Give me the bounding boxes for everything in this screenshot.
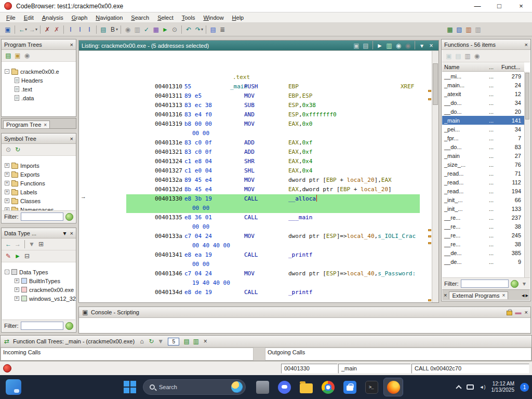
function-row[interactable]: _init_......66 [442, 195, 524, 204]
function-row[interactable]: __de......385 [442, 248, 524, 257]
clear-code-icon[interactable]: ✗ [43, 25, 52, 34]
tab-close-icon[interactable]: × [502, 292, 506, 298]
camera-icon[interactable]: ◉ [403, 41, 413, 50]
symbol-tree-item[interactable]: +Classes [5, 196, 76, 205]
tree-expander[interactable]: + [15, 287, 19, 292]
ibeam-icon[interactable]: I [85, 25, 94, 34]
columns-icon[interactable]: ▥ [463, 51, 472, 61]
app-icon-explorer[interactable] [297, 378, 315, 396]
tree-expander[interactable]: + [5, 172, 9, 177]
listing-row[interactable]: 0040131e83 c0 0fADDEAX,0xf [126, 138, 420, 148]
tree-expander[interactable]: - [5, 270, 9, 274]
columns-icon[interactable]: ▥ [473, 25, 483, 34]
app-icon-terminal[interactable] [362, 378, 381, 396]
close-icon[interactable]: × [427, 41, 436, 50]
undo-icon[interactable]: ↶ [184, 25, 193, 34]
save-icon[interactable]: ▣ [3, 25, 12, 34]
listing-row[interactable]: 00401335e8 36 01CALL___main [126, 213, 420, 222]
console-output[interactable] [79, 318, 530, 332]
close-icon[interactable]: × [70, 230, 73, 236]
outgoing-calls-pane[interactable]: Outgoing Calls [265, 348, 531, 361]
listing-row-continuation[interactable]: 00 40 40 00 [126, 241, 420, 250]
snapshot-icon[interactable]: ◉ [394, 41, 403, 50]
volume-icon[interactable] [480, 384, 486, 390]
symbol-tree-item[interactable]: +Functions [5, 179, 76, 188]
function-row[interactable]: _size_......76 [442, 160, 524, 169]
forward-icon[interactable]: → [13, 240, 22, 249]
listing-row[interactable]: 00401346c7 04 24MOVdword ptr [ESP]=>loca… [126, 269, 420, 278]
menu-tools[interactable]: Tools [178, 14, 200, 22]
app-icon-store[interactable] [340, 378, 359, 396]
symbol-tree-item[interactable]: +Exports [5, 170, 76, 179]
chevron-down-icon[interactable]: ▾ [62, 229, 68, 238]
function-row[interactable]: _pei......34 [442, 125, 524, 134]
tables-icon[interactable]: ▦ [445, 25, 455, 34]
tree-expander[interactable]: + [15, 278, 19, 283]
function-row[interactable]: _main...27 [442, 151, 524, 160]
listing-row[interactable]: 0040134de8 de 19CALL_printf [126, 288, 420, 297]
tree-expander[interactable]: - [5, 69, 9, 74]
app-icon-chrome[interactable] [318, 378, 337, 396]
tree-item[interactable]: +BuiltInTypes [5, 276, 76, 285]
filter-icon[interactable]: ▼ [156, 337, 165, 346]
function-row[interactable]: _init_......133 [442, 204, 524, 213]
close-icon[interactable]: × [70, 42, 73, 48]
listing-row[interactable]: 00401327c1 e0 04SHLEAX,0x4 [126, 166, 420, 176]
tabstrip-close-icon[interactable]: × [444, 292, 447, 298]
ibeam-icon[interactable]: I [75, 25, 85, 34]
network-icon[interactable] [467, 384, 474, 390]
listing-row-continuation[interactable]: 00 00 [126, 129, 420, 138]
goto-icon[interactable]: ⊙ [4, 145, 13, 154]
lock-icon[interactable] [507, 311, 512, 315]
menu-search[interactable]: Search [127, 14, 153, 22]
function-row[interactable]: __re......38 [442, 222, 524, 231]
menu-window[interactable]: Window [199, 14, 228, 22]
close-icon[interactable]: × [525, 309, 528, 315]
column-header-mid[interactable]: ... [489, 64, 501, 70]
close-dark-icon[interactable]: × [201, 337, 210, 346]
paste-icon[interactable]: ▤ [361, 41, 370, 50]
taskbar-search[interactable]: Search [143, 379, 246, 395]
out-tree-icon[interactable]: ▥ [191, 337, 201, 346]
go-icon[interactable]: ► [161, 25, 170, 34]
listing-row[interactable]: 00401330e8 3b 19CALL__alloca [126, 194, 420, 204]
minimize-button[interactable]: — [467, 0, 488, 12]
marker[interactable] [428, 235, 431, 237]
menu-help[interactable]: Help [228, 14, 248, 22]
refresh-icon[interactable]: ↻ [13, 145, 22, 154]
close-icon[interactable]: × [70, 136, 73, 142]
close-icon[interactable]: × [525, 42, 528, 48]
function-row[interactable]: __mi......279 [442, 72, 524, 81]
tab-scroll-left-icon[interactable]: ◂ [522, 292, 525, 299]
tree-expander[interactable]: + [5, 190, 9, 194]
function-row[interactable]: __do......34 [442, 98, 524, 107]
listing-row[interactable]: 0040132d8b 45 e4MOVEAX,dword ptr [EBP + … [126, 185, 420, 194]
function-row[interactable]: _read......112 [442, 178, 524, 187]
functions-scrollbar[interactable] [524, 72, 530, 277]
refresh-icon[interactable]: ↻ [147, 337, 156, 346]
console-toggle-icon[interactable]: ≣ [218, 25, 227, 34]
scrollbar-thumb[interactable] [525, 73, 529, 119]
incoming-calls-pane[interactable]: Incoming Calls [1, 348, 254, 361]
listing-scrollbar[interactable] [432, 51, 438, 302]
app-icon-chat[interactable] [275, 378, 294, 396]
menu-analysis[interactable]: Analysis [38, 14, 68, 22]
memory-map-icon[interactable]: ▤ [208, 25, 218, 34]
listing-row[interactable]: 0040131683 e4 f0ANDESP,0xfffffff0 [126, 110, 420, 119]
clipboard-icon[interactable]: ▤ [99, 25, 108, 34]
dropdown-caret-icon[interactable]: ▾ [116, 27, 118, 32]
marker[interactable] [428, 299, 431, 301]
function-row[interactable]: _atexit...12 [442, 89, 524, 98]
tree-item[interactable]: .data [5, 94, 76, 102]
function-row[interactable]: _main...141 [442, 116, 524, 125]
marker[interactable] [428, 229, 431, 231]
listing-row-continuation[interactable]: 00 00 [126, 204, 420, 213]
dropdown-caret-icon[interactable]: ▾ [35, 27, 37, 32]
expand-icon[interactable]: ⊞ [36, 240, 46, 249]
listing-view[interactable]: .text XREF _main 0040131055PUSHEBP004013… [79, 51, 432, 302]
camera-icon[interactable]: ◉ [123, 25, 132, 34]
dropdown-caret-icon[interactable]: ▾ [25, 27, 27, 32]
function-row[interactable]: __re......237 [442, 213, 524, 222]
table-options-icon[interactable]: ▾ [521, 279, 528, 288]
app-icon-firefox[interactable] [384, 378, 403, 396]
